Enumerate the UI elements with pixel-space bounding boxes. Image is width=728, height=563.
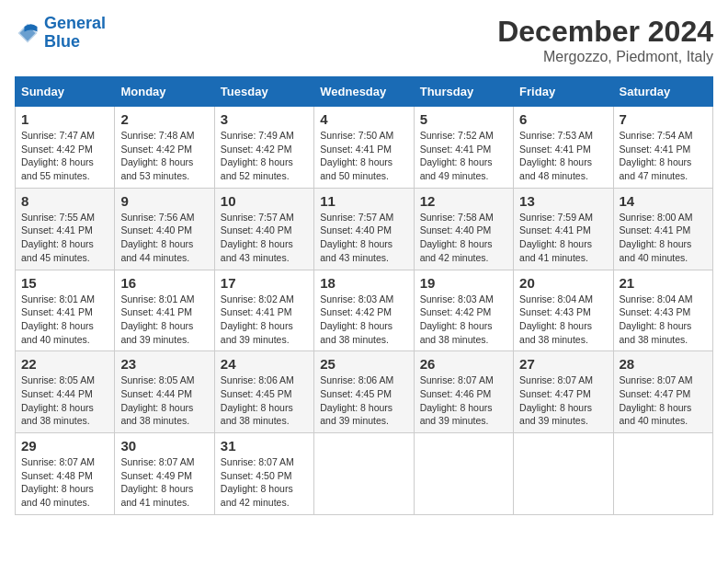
col-thursday: Thursday <box>414 77 513 107</box>
day-2: 2 Sunrise: 7:48 AMSunset: 4:42 PMDayligh… <box>115 107 214 189</box>
col-monday: Monday <box>115 77 214 107</box>
day-23: 23 Sunrise: 8:05 AMSunset: 4:44 PMDaylig… <box>115 351 214 433</box>
day-8: 8 Sunrise: 7:55 AMSunset: 4:41 PMDayligh… <box>16 188 115 270</box>
week-row-2: 8 Sunrise: 7:55 AMSunset: 4:41 PMDayligh… <box>16 188 713 270</box>
day-27: 27 Sunrise: 8:07 AMSunset: 4:47 PMDaylig… <box>514 351 613 433</box>
logo-icon <box>15 20 40 46</box>
day-9: 9 Sunrise: 7:56 AMSunset: 4:40 PMDayligh… <box>115 188 214 270</box>
day-1: 1 Sunrise: 7:47 AMSunset: 4:42 PMDayligh… <box>16 107 115 189</box>
empty-cell-4 <box>613 433 712 515</box>
header-row: Sunday Monday Tuesday Wednesday Thursday… <box>16 77 713 107</box>
day-21: 21 Sunrise: 8:04 AMSunset: 4:43 PMDaylig… <box>613 270 712 351</box>
day-22: 22 Sunrise: 8:05 AMSunset: 4:44 PMDaylig… <box>16 351 115 433</box>
day-24: 24 Sunrise: 8:06 AMSunset: 4:45 PMDaylig… <box>214 351 313 433</box>
day-5: 5 Sunrise: 7:52 AMSunset: 4:41 PMDayligh… <box>414 107 513 189</box>
day-12: 12 Sunrise: 7:58 AMSunset: 4:40 PMDaylig… <box>414 188 513 270</box>
day-3: 3 Sunrise: 7:49 AMSunset: 4:42 PMDayligh… <box>214 107 313 189</box>
week-row-1: 1 Sunrise: 7:47 AMSunset: 4:42 PMDayligh… <box>16 107 713 189</box>
day-28: 28 Sunrise: 8:07 AMSunset: 4:47 PMDaylig… <box>613 351 712 433</box>
col-tuesday: Tuesday <box>214 77 313 107</box>
day-30: 30 Sunrise: 8:07 AMSunset: 4:49 PMDaylig… <box>115 433 214 515</box>
subtitle: Mergozzo, Piedmont, Italy <box>497 49 713 65</box>
main-title: December 2024 <box>497 15 713 49</box>
week-row-5: 29 Sunrise: 8:07 AMSunset: 4:48 PMDaylig… <box>16 433 713 515</box>
logo-line2: Blue <box>44 32 80 51</box>
day-31: 31 Sunrise: 8:07 AMSunset: 4:50 PMDaylig… <box>214 433 313 515</box>
col-sunday: Sunday <box>16 77 115 107</box>
empty-cell-2 <box>414 433 513 515</box>
col-saturday: Saturday <box>613 77 712 107</box>
col-wednesday: Wednesday <box>314 77 414 107</box>
day-15: 15 Sunrise: 8:01 AMSunset: 4:41 PMDaylig… <box>16 270 115 351</box>
day-19: 19 Sunrise: 8:03 AMSunset: 4:42 PMDaylig… <box>414 270 513 351</box>
page-header: General Blue December 2024 Mergozzo, Pie… <box>15 15 713 65</box>
day-13: 13 Sunrise: 7:59 AMSunset: 4:41 PMDaylig… <box>514 188 613 270</box>
day-14: 14 Sunrise: 8:00 AMSunset: 4:41 PMDaylig… <box>613 188 712 270</box>
empty-cell-3 <box>514 433 613 515</box>
day-17: 17 Sunrise: 8:02 AMSunset: 4:41 PMDaylig… <box>214 270 313 351</box>
day-25: 25 Sunrise: 8:06 AMSunset: 4:45 PMDaylig… <box>314 351 414 433</box>
title-area: December 2024 Mergozzo, Piedmont, Italy <box>497 15 713 65</box>
day-11: 11 Sunrise: 7:57 AMSunset: 4:40 PMDaylig… <box>314 188 414 270</box>
day-16: 16 Sunrise: 8:01 AMSunset: 4:41 PMDaylig… <box>115 270 214 351</box>
empty-cell-1 <box>314 433 414 515</box>
day-26: 26 Sunrise: 8:07 AMSunset: 4:46 PMDaylig… <box>414 351 513 433</box>
calendar-table: Sunday Monday Tuesday Wednesday Thursday… <box>15 76 713 515</box>
day-10: 10 Sunrise: 7:57 AMSunset: 4:40 PMDaylig… <box>214 188 313 270</box>
col-friday: Friday <box>514 77 613 107</box>
week-row-4: 22 Sunrise: 8:05 AMSunset: 4:44 PMDaylig… <box>16 351 713 433</box>
day-6: 6 Sunrise: 7:53 AMSunset: 4:41 PMDayligh… <box>514 107 613 189</box>
day-20: 20 Sunrise: 8:04 AMSunset: 4:43 PMDaylig… <box>514 270 613 351</box>
logo: General Blue <box>15 15 106 52</box>
day-29: 29 Sunrise: 8:07 AMSunset: 4:48 PMDaylig… <box>16 433 115 515</box>
day-18: 18 Sunrise: 8:03 AMSunset: 4:42 PMDaylig… <box>314 270 414 351</box>
week-row-3: 15 Sunrise: 8:01 AMSunset: 4:41 PMDaylig… <box>16 270 713 351</box>
logo-line1: General <box>44 14 106 32</box>
day-7: 7 Sunrise: 7:54 AMSunset: 4:41 PMDayligh… <box>613 107 712 189</box>
day-4: 4 Sunrise: 7:50 AMSunset: 4:41 PMDayligh… <box>314 107 414 189</box>
logo-text: General Blue <box>44 15 106 52</box>
